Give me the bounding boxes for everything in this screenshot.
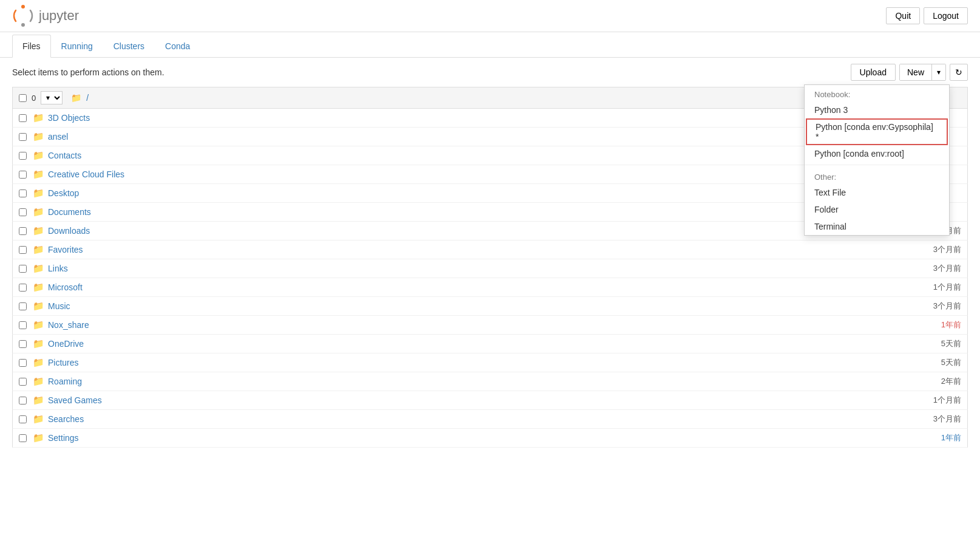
file-row: 📁 Saved Games 1个月前 xyxy=(12,391,968,410)
tab-clusters[interactable]: Clusters xyxy=(103,35,155,58)
jupyter-logo-icon xyxy=(12,5,34,27)
folder-icon: 📁 xyxy=(33,338,44,349)
file-checkbox[interactable] xyxy=(19,397,27,404)
file-link[interactable]: Documents xyxy=(48,207,901,217)
file-checkbox[interactable] xyxy=(19,434,27,442)
file-date: 3个月前 xyxy=(901,244,961,255)
header: jupyter Quit Logout xyxy=(0,0,980,32)
file-row: 📁 Microsoft 1个月前 xyxy=(12,278,968,297)
file-checkbox[interactable] xyxy=(19,378,27,386)
file-link[interactable]: Desktop xyxy=(48,188,901,198)
file-row: 📁 Music 3个月前 xyxy=(12,297,968,316)
file-row: 📁 Roaming 2年前 xyxy=(12,372,968,391)
file-link[interactable]: Links xyxy=(48,264,901,273)
new-button-caret[interactable]: ▾ xyxy=(932,64,945,80)
folder-icon-header: 📁 xyxy=(71,93,81,103)
folder-icon: 📁 xyxy=(33,112,44,123)
file-link[interactable]: Roaming xyxy=(48,377,901,386)
folder-icon: 📁 xyxy=(33,206,44,217)
file-link[interactable]: Settings xyxy=(48,433,901,443)
file-checkbox[interactable] xyxy=(19,415,27,423)
file-link[interactable]: OneDrive xyxy=(48,339,901,349)
other-section-label: Other: xyxy=(805,168,949,184)
dropdown-item-python-conda-gypsophila[interactable]: Python [conda env:Gypsophila] * xyxy=(806,118,948,145)
folder-icon: 📁 xyxy=(33,169,44,180)
dropdown-item-python-conda-root[interactable]: Python [conda env:root] xyxy=(805,145,949,162)
file-date: 5天前 xyxy=(901,357,961,368)
folder-icon: 📁 xyxy=(33,301,44,312)
select-all-checkbox[interactable] xyxy=(19,94,27,102)
file-checkbox[interactable] xyxy=(19,246,27,254)
quit-button[interactable]: Quit xyxy=(886,7,920,24)
file-row: 📁 Links 3个月前 xyxy=(12,259,968,278)
file-checkbox[interactable] xyxy=(19,189,27,197)
file-link[interactable]: Favorites xyxy=(48,245,901,254)
folder-icon: 📁 xyxy=(33,150,44,161)
file-checkbox[interactable] xyxy=(19,171,27,179)
file-checkbox[interactable] xyxy=(19,133,27,141)
dropdown-item-terminal[interactable]: Terminal xyxy=(805,218,949,235)
dropdown-item-folder[interactable]: Folder xyxy=(805,201,949,218)
file-checkbox[interactable] xyxy=(19,265,27,273)
file-row: 📁 Pictures 5天前 xyxy=(12,353,968,372)
folder-icon: 📁 xyxy=(33,244,44,255)
toolbar: Select items to perform actions on them.… xyxy=(0,58,980,87)
file-checkbox[interactable] xyxy=(19,114,27,122)
notebook-section-label: Notebook: xyxy=(805,85,949,101)
folder-icon: 📁 xyxy=(33,319,44,330)
dropdown-item-text-file[interactable]: Text File xyxy=(805,184,949,201)
upload-button[interactable]: Upload xyxy=(851,64,896,81)
file-date: 5天前 xyxy=(901,338,961,349)
file-checkbox[interactable] xyxy=(19,208,27,216)
dropdown-item-python3[interactable]: Python 3 xyxy=(805,101,949,118)
file-link[interactable]: ansel xyxy=(48,132,901,142)
file-link[interactable]: Downloads xyxy=(48,226,901,236)
refresh-button[interactable]: ↻ xyxy=(950,64,968,81)
new-button-group: New ▾ xyxy=(899,64,946,81)
file-checkbox[interactable] xyxy=(19,359,27,367)
file-link[interactable]: Music xyxy=(48,301,901,311)
folder-icon: 📁 xyxy=(33,131,44,142)
file-checkbox[interactable] xyxy=(19,340,27,348)
toolbar-right: Upload New ▾ ↻ Notebook: Python 3 Python… xyxy=(851,64,968,81)
file-date: 2年前 xyxy=(901,376,961,387)
folder-icon: 📁 xyxy=(33,225,44,236)
file-link[interactable]: Creative Cloud Files xyxy=(48,169,901,179)
file-checkbox[interactable] xyxy=(19,227,27,235)
file-link[interactable]: Pictures xyxy=(48,358,901,367)
new-button-main[interactable]: New xyxy=(900,64,932,80)
tab-files[interactable]: Files xyxy=(12,35,51,58)
file-link[interactable]: Saved Games xyxy=(48,395,901,405)
folder-icon: 📁 xyxy=(33,263,44,274)
header-buttons: Quit Logout xyxy=(886,7,968,24)
file-checkbox[interactable] xyxy=(19,302,27,310)
folder-icon: 📁 xyxy=(33,188,44,199)
file-link[interactable]: Contacts xyxy=(48,151,901,160)
file-link[interactable]: Nox_share xyxy=(48,320,901,330)
file-link[interactable]: Microsoft xyxy=(48,282,901,292)
file-link[interactable]: 3D Objects xyxy=(48,113,901,123)
file-link[interactable]: Searches xyxy=(48,414,901,424)
folder-icon: 📁 xyxy=(33,376,44,387)
file-date: 3个月前 xyxy=(901,263,961,274)
logout-button[interactable]: Logout xyxy=(924,7,968,24)
breadcrumb: / xyxy=(86,93,89,103)
dropdown-divider xyxy=(805,165,949,165)
logo: jupyter xyxy=(12,5,79,27)
folder-icon: 📁 xyxy=(33,395,44,406)
folder-icon: 📁 xyxy=(33,282,44,293)
file-row: 📁 OneDrive 5天前 xyxy=(12,335,968,353)
file-checkbox[interactable] xyxy=(19,321,27,329)
select-dropdown[interactable]: ▾ xyxy=(41,91,63,104)
tab-conda[interactable]: Conda xyxy=(155,35,200,58)
file-checkbox[interactable] xyxy=(19,284,27,292)
tab-running[interactable]: Running xyxy=(51,35,103,58)
file-count: 0 xyxy=(32,94,36,103)
tabs: Files Running Clusters Conda xyxy=(0,35,980,58)
file-date: 3个月前 xyxy=(901,414,961,425)
file-date: 1个月前 xyxy=(901,395,961,406)
select-info: Select items to perform actions on them. xyxy=(12,67,164,77)
file-row: 📁 Settings 1年前 xyxy=(12,429,968,448)
file-checkbox[interactable] xyxy=(19,152,27,160)
file-row: 📁 Searches 3个月前 xyxy=(12,410,968,429)
